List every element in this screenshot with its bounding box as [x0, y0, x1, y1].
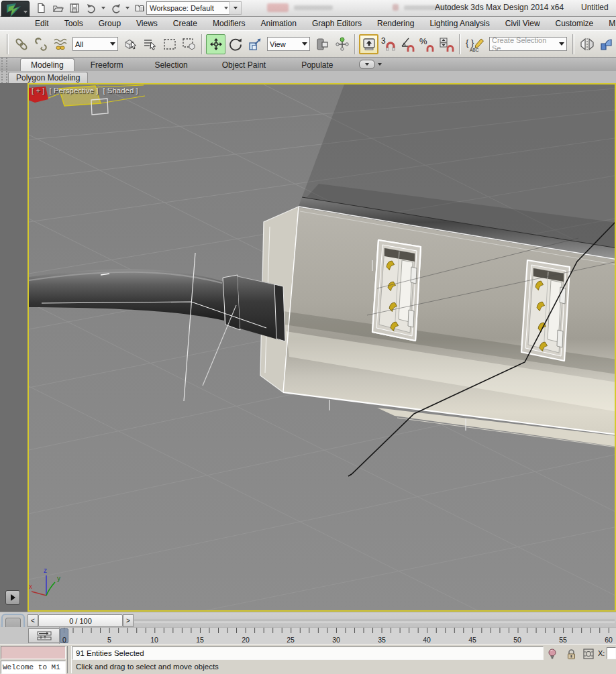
- ribbon-options-caret[interactable]: [378, 63, 382, 66]
- select-and-manipulate-button[interactable]: [332, 34, 352, 54]
- track-bar-ruler[interactable]: 0 5 10 15 20 25 30 35 40 45 50 55 60: [59, 627, 616, 644]
- edit-named-selection-sets-button[interactable]: { }ABC: [464, 34, 486, 54]
- select-object-button[interactable]: [121, 34, 140, 54]
- menu-group[interactable]: Group: [99, 19, 121, 28]
- undo-button[interactable]: [84, 1, 99, 15]
- ruler-label: 10: [150, 636, 158, 644]
- selection-filter-dropdown[interactable]: All: [72, 37, 118, 51]
- panel-tab-polygon-modeling[interactable]: Polygon Modeling: [8, 72, 88, 83]
- perspective-viewport[interactable]: [ + ] [ Perspective ] [ Shaded ]: [28, 83, 616, 612]
- menu-edit[interactable]: Edit: [35, 19, 49, 28]
- ribbon-tab-modeling[interactable]: Modeling: [20, 58, 74, 71]
- mini-curve-editor-icon: [37, 631, 52, 640]
- menu-civil-view[interactable]: Civil View: [505, 19, 540, 28]
- coord-system-value: View: [270, 40, 286, 48]
- mirror-icon: [579, 36, 595, 52]
- viewport-canvas[interactable]: x z y: [29, 85, 615, 610]
- ribbon-tab-bar: Modeling Freeform Selection Object Paint…: [0, 58, 616, 71]
- workspace-selector[interactable]: Workspace: Default: [146, 1, 232, 15]
- align-icon: [599, 36, 615, 52]
- percent-snap-button[interactable]: %: [417, 34, 437, 54]
- ruler-label: 30: [332, 636, 340, 644]
- ribbon-grip-handle[interactable]: [1, 58, 7, 83]
- dropdown-caret-icon: [559, 42, 564, 46]
- open-mini-curve-editor-button[interactable]: [28, 628, 60, 643]
- menu-graph-editors[interactable]: Graph Editors: [312, 19, 362, 28]
- toolbar-separator: [459, 34, 461, 54]
- menu-modifiers[interactable]: Modifiers: [213, 19, 246, 28]
- menu-create[interactable]: Create: [173, 19, 197, 28]
- ribbon-panel-bar: Polygon Modeling: [0, 71, 616, 83]
- next-frame-button[interactable]: >: [123, 614, 134, 627]
- ribbon-tab-freeform[interactable]: Freeform: [81, 59, 134, 71]
- snap-toggle-3d-button[interactable]: 3: [378, 34, 398, 54]
- project-folder-button[interactable]: [132, 1, 147, 15]
- select-by-name-button[interactable]: [140, 34, 160, 54]
- redo-button[interactable]: [108, 1, 123, 15]
- undo-dropdown-caret[interactable]: [101, 7, 105, 9]
- keyboard-key-icon: [362, 37, 376, 52]
- menu-customize[interactable]: Customize: [556, 19, 594, 28]
- menu-rendering[interactable]: Rendering: [377, 19, 414, 28]
- select-and-move-button[interactable]: [206, 34, 225, 54]
- open-folder-icon: [52, 3, 64, 13]
- menu-tools[interactable]: Tools: [64, 19, 83, 28]
- bind-to-space-warp-button[interactable]: [50, 34, 70, 54]
- time-slider-track[interactable]: [134, 620, 615, 622]
- usb-port-1[interactable]: [372, 240, 421, 341]
- main-toolbar: All View: [0, 30, 616, 58]
- viewport-shading-menu[interactable]: [ Shaded ]: [103, 87, 138, 95]
- previous-frame-button[interactable]: <: [28, 614, 38, 627]
- angle-snap-button[interactable]: [398, 34, 417, 54]
- listener-splitter[interactable]: [67, 646, 72, 673]
- workspace-caret-icon: [224, 7, 228, 9]
- absolute-offset-mode-toggle[interactable]: [582, 648, 595, 660]
- spinner-snap-button[interactable]: [437, 34, 456, 54]
- select-and-link-button[interactable]: [11, 34, 31, 54]
- x-coordinate-field[interactable]: [607, 647, 616, 659]
- workspace-menu-button[interactable]: [229, 1, 242, 15]
- toolbar-separator: [354, 34, 356, 54]
- menu-views[interactable]: Views: [136, 19, 158, 28]
- rectangular-selection-region-button[interactable]: [160, 34, 179, 54]
- isolate-selection-toggle[interactable]: [546, 648, 558, 660]
- new-file-button[interactable]: [34, 1, 48, 15]
- ribbon-tab-populate[interactable]: Populate: [291, 59, 343, 71]
- open-file-button[interactable]: [50, 1, 65, 15]
- redo-dropdown-caret[interactable]: [125, 7, 130, 9]
- svg-text:{ }: { }: [466, 38, 474, 48]
- open-panel-button[interactable]: [5, 590, 20, 605]
- ribbon-minimize-button[interactable]: [359, 60, 375, 69]
- unlink-selection-button[interactable]: [31, 34, 50, 54]
- maxscript-mini-listener-pink[interactable]: [1, 646, 66, 659]
- ruler-label: 45: [468, 636, 476, 644]
- align-button[interactable]: [597, 34, 616, 54]
- reference-coordinate-system-dropdown[interactable]: View: [267, 37, 310, 51]
- angle-snap-icon: [399, 36, 417, 53]
- menu-maxscript[interactable]: M: [609, 19, 615, 28]
- viewport-general-menu[interactable]: [ + ]: [32, 87, 45, 95]
- ribbon-tab-object-paint[interactable]: Object Paint: [212, 59, 276, 71]
- ribbon-tab-selection[interactable]: Selection: [144, 59, 197, 71]
- maxscript-mini-listener-white[interactable]: Welcome to Mi: [1, 661, 66, 674]
- keyboard-shortcut-override-button[interactable]: [359, 34, 378, 54]
- named-selection-set-dropdown[interactable]: Create Selection Se: [489, 37, 567, 51]
- new-file-icon: [36, 3, 46, 13]
- selection-lock-toggle[interactable]: [565, 648, 577, 660]
- menu-bar: Edit Tools Group Views Create Modifiers …: [0, 17, 616, 30]
- status-bar: Welcome to Mi 91 Entities Selected Click…: [0, 644, 616, 674]
- viewport-pov-menu[interactable]: [ Perspective ]: [50, 87, 99, 95]
- usb-port-2[interactable]: [521, 260, 570, 361]
- mirror-button[interactable]: [577, 34, 597, 54]
- window-crossing-button[interactable]: [179, 34, 199, 54]
- percent-snap-icon: %: [419, 36, 436, 53]
- use-pivot-point-center-button[interactable]: [313, 34, 332, 54]
- menu-animation[interactable]: Animation: [261, 19, 297, 28]
- menu-lighting-analysis[interactable]: Lighting Analysis: [429, 19, 489, 28]
- x-coordinate-label: X:: [598, 649, 605, 657]
- select-and-scale-button[interactable]: [245, 34, 264, 54]
- time-slider-handle[interactable]: 0 / 100: [38, 614, 123, 627]
- ruler-label: 50: [513, 636, 521, 644]
- select-and-rotate-button[interactable]: [225, 34, 245, 54]
- save-button[interactable]: [67, 1, 82, 15]
